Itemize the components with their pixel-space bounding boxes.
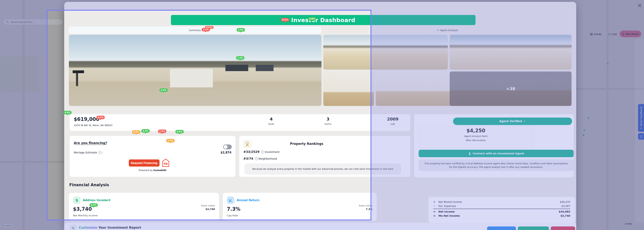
map-pin[interactable]: 6.1% (281, 18, 290, 22)
footer-buttons: Basic ReportRanked ReportRent Mode (487, 226, 575, 230)
net-monthly-income-card: $ Address Income® $3,740 base value $3,7… (69, 193, 219, 221)
svg-text:hb: hb (164, 162, 168, 166)
map-pin[interactable]: 4.8% (63, 111, 72, 114)
mailbox-post-shape (76, 73, 78, 86)
map-pin[interactable]: 5.6% (166, 139, 175, 142)
summary-row: −Est. Expenses$4,587 (433, 204, 570, 208)
property-photo[interactable] (450, 35, 572, 70)
tab-summary-label: Summary (189, 29, 201, 32)
footer-bar: ✎ Customize Your Investment Report Basic… (64, 223, 576, 230)
map-pin[interactable]: 4.4% (160, 88, 168, 92)
map-pin[interactable]: 4.2% (90, 203, 98, 207)
beds-label: beds (256, 122, 286, 126)
summary-sign: = (433, 214, 438, 218)
blue-report-button[interactable]: Basic Report (487, 226, 516, 230)
agent-verified-label: Agent Verified (499, 120, 522, 123)
modal-title-banner: Investor Dashboard (171, 15, 476, 25)
neighborhood-rank-value: #3/74 (243, 157, 253, 160)
property-info-card: $619,000 1970 W 6th St, Reno, NV 89503 4… (70, 114, 410, 131)
property-photo-more[interactable]: +38 (450, 72, 572, 106)
summary-label: Net Income (438, 210, 455, 213)
financial-analysis-heading: Financial Analysis (69, 183, 109, 187)
garage-door-shape (170, 69, 213, 88)
property-photo[interactable] (323, 35, 448, 70)
agent-verified-card: Agent Verified ✓ $4,250 Agent-Analyst Re… (414, 114, 574, 178)
property-photo-main[interactable] (69, 35, 322, 106)
map-pin[interactable]: 1.3% (236, 56, 244, 60)
base-value: $3,740 (206, 208, 215, 210)
financing-heading[interactable]: Are you financing? (74, 141, 107, 145)
footer-title-rest: Your Investment Report (97, 226, 141, 230)
property-rankings-card: Property Rankings #33/2529 i Investment … (239, 136, 410, 177)
close-icon[interactable]: × (637, 2, 642, 8)
map-pin[interactable]: 4.2% (141, 129, 150, 133)
agent-verified-badge: Agent Verified ✓ (453, 118, 572, 125)
window-shape (256, 65, 273, 71)
mailbox-shape (73, 70, 84, 73)
property-price: $619,000 (74, 116, 100, 122)
map-pin[interactable]: 3.8% (308, 17, 316, 20)
agent-rent-box: $4,250 Agent-Analyst Rent After Renovati… (418, 126, 533, 148)
summary-label: Mo Net Income (438, 214, 460, 217)
card-subtitle: Cap Rate (227, 214, 238, 217)
info-icon[interactable]: i (255, 157, 258, 160)
red-report-button[interactable]: Rent Mode (551, 226, 575, 230)
connect-agent-button[interactable]: Connect with an Investment Agent (418, 150, 574, 157)
powered-prefix: Powered by (138, 169, 153, 172)
neighborhood-rank-label: Neighborhood (258, 157, 277, 160)
map-pin[interactable]: 7.3% (202, 28, 210, 32)
sqft-value: 2009 (378, 117, 408, 122)
agent-rent-line2: After Renovation (419, 139, 533, 142)
investor-dashboard-modal: Investor Dashboard Summary ✎ Agent Analy… (64, 2, 576, 230)
map-pin[interactable]: 5.0% (132, 130, 140, 134)
toggle-knob (224, 145, 228, 149)
base-value: 7.3% (366, 208, 372, 210)
summary-value: $3,740 (560, 214, 570, 217)
financing-card: Are you financing? Mortage Estimate i : … (70, 136, 236, 177)
property-photo[interactable] (323, 72, 374, 106)
map-pin[interactable]: 6.2% (96, 116, 105, 119)
customize-icon: ✎ (70, 225, 76, 230)
green-report-button[interactable]: Ranked Report (518, 226, 549, 230)
tab-agent-analysis[interactable]: ✎ Agent Analysis (321, 26, 574, 34)
income-summary-card: +Net Rental Income$49,470−Est. Expenses$… (428, 197, 575, 223)
beds-value: 4 (256, 117, 286, 122)
mortgage-colon: : (102, 151, 103, 154)
request-financing-button[interactable]: Request Financing (129, 160, 160, 166)
homebldr-logo-icon: hb (162, 159, 169, 167)
mortgage-estimate-value: $2,874 (220, 151, 232, 154)
check-icon: ✓ (524, 120, 526, 123)
window-shape (226, 65, 248, 71)
summary-row: =Mo Net Income$3,740 (433, 214, 570, 218)
pencil-icon: ✎ (437, 29, 439, 32)
summary-label: Est. Expenses (438, 204, 456, 208)
card-value: $3,740 (73, 206, 92, 212)
sqft-stat: 2009 sqft (378, 114, 408, 126)
modal-tabs: Summary ✎ Agent Analysis (68, 26, 574, 34)
summary-rows: +Net Rental Income$49,470−Est. Expenses$… (433, 200, 570, 218)
chart-icon (227, 196, 234, 204)
investment-rank-row: #33/2529 i Investment (243, 150, 280, 154)
more-photos-count: +38 (506, 86, 515, 91)
modal-title: Investor Dashboard (291, 17, 355, 24)
summary-sign: − (433, 204, 438, 208)
agent-rent-line1: Agent-Analyst Rent (419, 135, 533, 138)
info-icon[interactable]: i (98, 151, 102, 154)
map-pin[interactable]: 5.9% (237, 28, 245, 32)
mortgage-label: Mortage Estimate (74, 151, 97, 154)
property-address: 1970 W 6th St, Reno, NV 89503 (74, 124, 112, 127)
summary-label: Net Rental Income (438, 200, 462, 204)
mortgage-row: Mortage Estimate i : $2,874 (74, 151, 232, 154)
map-pin[interactable]: 7.3% (158, 130, 166, 133)
powered-by: Powered by homebldr (70, 169, 236, 172)
summary-sign: = (433, 210, 438, 213)
info-icon[interactable]: i (261, 150, 264, 154)
rankings-heading: Property Rankings (239, 142, 374, 146)
tab-summary[interactable]: Summary (68, 26, 321, 34)
rankings-note: Because we analyze every property in the… (244, 164, 401, 174)
map-pin[interactable]: 4.6% (176, 130, 184, 134)
financing-toggle[interactable] (223, 144, 232, 149)
agent-note: This property has been verified by a loc… (418, 160, 574, 171)
summary-value: $44,883 (559, 210, 570, 213)
summary-row: +Net Rental Income$49,470 (433, 200, 570, 204)
